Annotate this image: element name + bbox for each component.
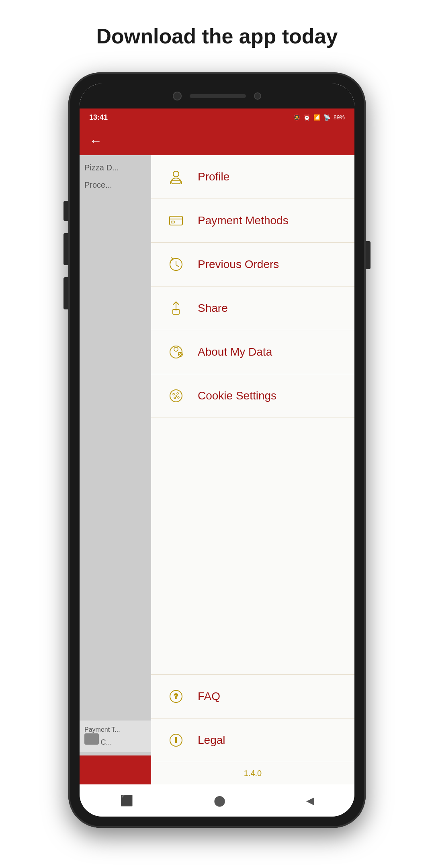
menu-label-legal: Legal	[198, 734, 225, 747]
front-camera	[173, 92, 182, 100]
volume-up-button	[63, 233, 68, 265]
menu-items-top: Profile Payment Methods	[151, 155, 354, 418]
bg-payment-section: Payment T... C...	[80, 721, 160, 752]
menu-label-cookie-settings: Cookie Settings	[198, 389, 276, 402]
share-icon	[166, 298, 186, 319]
menu-item-about-my-data[interactable]: About My Data	[151, 330, 354, 374]
bg-content: Pizza D... Proce...	[80, 155, 160, 784]
home-button[interactable]: ⬤	[214, 794, 225, 807]
back-nav-button[interactable]: ◀	[306, 794, 314, 807]
back-button[interactable]: ←	[89, 133, 102, 148]
bottom-nav: ⬛ ⬤ ◀	[80, 784, 354, 817]
menu-item-legal[interactable]: i Legal	[151, 719, 354, 762]
menu-label-share: Share	[198, 302, 228, 315]
page-title: Download the app today	[80, 24, 354, 48]
menu-item-cookie-settings[interactable]: Cookie Settings	[151, 374, 354, 418]
menu-items-bottom: ? FAQ i Legal 1.4.0	[151, 674, 354, 784]
alarm-icon: ⏰	[303, 114, 310, 121]
svg-text:i: i	[175, 736, 177, 744]
orders-icon	[166, 254, 186, 275]
svg-point-16	[173, 393, 174, 395]
camera-bar	[80, 84, 354, 108]
bg-order-item2: Proce...	[84, 180, 155, 190]
menu-label-about-my-data: About My Data	[198, 346, 272, 358]
faq-icon: ?	[166, 686, 186, 707]
status-icons: 🔕 ⏰ 📶 📡 89%	[293, 114, 345, 121]
sim-icon: 📶	[313, 114, 320, 121]
menu-label-payment-methods: Payment Methods	[198, 214, 289, 227]
phone-device: 13:41 🔕 ⏰ 📶 📡 89% ← Pizza D... Proce... …	[68, 72, 366, 828]
svg-rect-4	[171, 221, 174, 223]
menu-item-previous-orders[interactable]: Previous Orders	[151, 243, 354, 287]
speaker	[190, 94, 246, 98]
svg-point-17	[177, 393, 178, 394]
status-bar: 13:41 🔕 ⏰ 📶 📡 89%	[80, 108, 354, 126]
volume-silent-button	[63, 201, 68, 221]
menu-label-profile: Profile	[198, 170, 229, 183]
recent-apps-button[interactable]: ⬛	[120, 794, 133, 807]
battery-text: 89%	[334, 114, 345, 121]
sensor	[254, 92, 261, 100]
version-text: 1.4.0	[151, 762, 354, 784]
notification-icon: 🔕	[293, 114, 300, 121]
bg-payment-label: Payment T...	[84, 726, 155, 733]
menu-item-faq[interactable]: ? FAQ	[151, 675, 354, 719]
menu-item-profile[interactable]: Profile	[151, 155, 354, 199]
menu-spacer	[151, 418, 354, 674]
status-time: 13:41	[89, 113, 108, 122]
bg-red-bar	[80, 755, 160, 784]
nav-drawer: Profile Payment Methods	[151, 155, 354, 784]
bg-payment-text: C...	[100, 738, 112, 746]
phone-screen: 13:41 🔕 ⏰ 📶 📡 89% ← Pizza D... Proce... …	[80, 84, 354, 817]
profile-icon	[166, 166, 186, 187]
volume-down-button	[63, 277, 68, 309]
menu-item-share[interactable]: Share	[151, 287, 354, 330]
svg-point-0	[173, 171, 179, 177]
svg-point-20	[176, 395, 177, 397]
power-button	[366, 241, 371, 269]
bg-order-item1: Pizza D...	[84, 163, 155, 172]
svg-point-11	[174, 347, 178, 351]
svg-point-18	[174, 397, 176, 399]
data-icon	[166, 342, 186, 362]
payment-icon	[166, 210, 186, 231]
svg-line-7	[176, 265, 179, 267]
menu-label-previous-orders: Previous Orders	[198, 258, 279, 271]
app-header: ←	[80, 126, 354, 155]
svg-rect-1	[171, 180, 181, 184]
menu-label-faq: FAQ	[198, 690, 220, 703]
svg-text:?: ?	[174, 692, 178, 700]
wifi-icon: 📡	[323, 114, 330, 121]
menu-item-payment-methods[interactable]: Payment Methods	[151, 199, 354, 243]
bg-payment-icon	[84, 733, 99, 745]
cookie-icon	[166, 385, 186, 406]
legal-icon: i	[166, 730, 186, 751]
svg-rect-2	[170, 216, 182, 225]
svg-point-19	[178, 397, 179, 398]
